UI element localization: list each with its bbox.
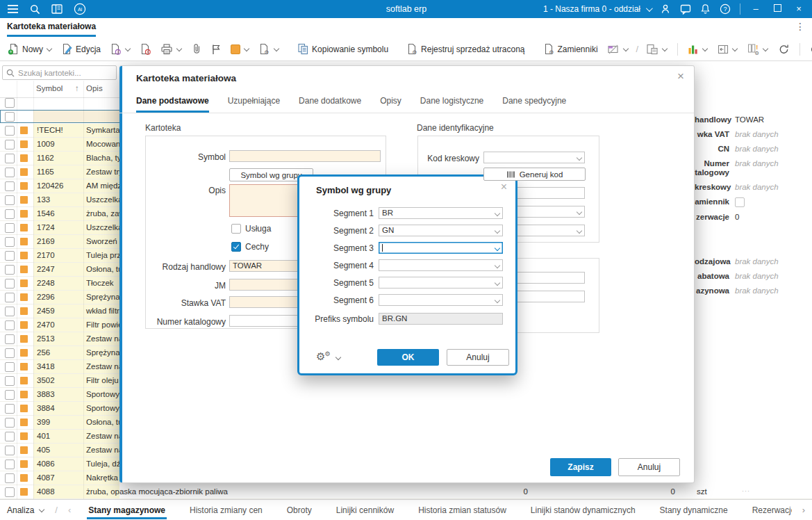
chevron-down-icon[interactable]	[495, 298, 500, 303]
table-row[interactable]: !TECH! Symkarta	[0, 124, 119, 138]
column-header-symbol[interactable]: Symbol	[36, 84, 63, 92]
table-row[interactable]: 1546 żruba, zaw	[0, 207, 119, 221]
document-settings-button[interactable]: ⚙	[256, 42, 281, 56]
chevron-down-icon[interactable]	[176, 45, 182, 51]
overflow-menu-icon[interactable]: ⋮	[795, 21, 805, 32]
print-button[interactable]	[158, 42, 184, 56]
delete-button[interactable]: ×	[138, 42, 154, 56]
search-input[interactable]: Szukaj kartoteki...	[2, 65, 117, 80]
chevron-down-icon[interactable]	[577, 228, 582, 234]
message-disabled-button[interactable]	[605, 42, 631, 56]
settings-gear-button[interactable]: ⚙⚙	[316, 350, 325, 363]
chat-icon[interactable]	[680, 4, 691, 15]
row-checkbox[interactable]	[5, 181, 15, 191]
table-row[interactable]: 133 Uszczelka	[0, 193, 119, 207]
table-row[interactable]: 4087 Nakrętka	[0, 471, 119, 485]
modal-tab[interactable]: Uzupełniające	[228, 95, 280, 113]
row-checkbox[interactable]	[5, 251, 15, 261]
bottom-tab[interactable]: Historia zmian statusów	[417, 501, 508, 519]
row-checkbox[interactable]	[5, 390, 15, 400]
table-row[interactable]: 2459 wkład filtr	[0, 304, 119, 318]
table-row[interactable]: 2296 Sprężyna	[0, 291, 119, 304]
company-selector[interactable]: 1 - Nasza firma 0 - oddział	[543, 4, 651, 14]
maximize-button[interactable]	[771, 0, 784, 18]
nav-back-icon[interactable]: ‹	[68, 505, 71, 515]
table-row[interactable]: 3883 Sportowy	[0, 388, 119, 402]
flag-button[interactable]	[209, 42, 224, 56]
segment-combobox[interactable]	[379, 259, 503, 271]
dialog-cancel-button[interactable]: Anuluj	[447, 349, 509, 366]
row-checkbox[interactable]	[5, 473, 15, 483]
table-row[interactable]: 120426 AM między	[0, 179, 119, 193]
table-row[interactable]: 2513 Zestaw na	[0, 332, 119, 346]
table-row[interactable]: 256 Sprężyna	[0, 346, 119, 360]
print-form-button[interactable]	[644, 42, 670, 56]
substitutes-button[interactable]: ⚙ Zamienniki	[541, 42, 600, 56]
table-row[interactable]: 3502 Filtr oleju	[0, 374, 119, 388]
chevron-down-icon[interactable]	[335, 355, 341, 360]
bottom-tab[interactable]: Stany dynamiczne	[658, 501, 729, 519]
new-button[interactable]: + Nowy	[6, 42, 54, 56]
table-row[interactable]: 2248 Tłoczek	[0, 277, 119, 291]
minimize-button[interactable]: –	[749, 0, 762, 18]
splitter-handle[interactable]: ···	[742, 487, 750, 494]
edit-button[interactable]: Edycja	[59, 42, 103, 56]
segment-combobox[interactable]	[379, 294, 503, 306]
row-checkbox[interactable]	[5, 265, 15, 275]
attachment-button[interactable]	[189, 42, 204, 56]
table-row[interactable]: 3884 Sportowy	[0, 402, 119, 416]
row-checkbox[interactable]	[5, 223, 15, 233]
chevron-down-icon[interactable]	[622, 45, 628, 51]
chevron-down-icon[interactable]	[47, 45, 52, 51]
chevron-down-icon[interactable]	[702, 45, 708, 51]
color-label-button[interactable]	[229, 43, 251, 56]
panel-layout-button[interactable]	[715, 42, 740, 56]
row-checkbox[interactable]	[5, 237, 15, 247]
chevron-down-icon[interactable]	[732, 45, 738, 51]
modal-tab[interactable]: Dane spedycyjne	[502, 95, 566, 113]
kod-kreskowy-combobox[interactable]	[483, 152, 585, 163]
row-checkbox[interactable]	[5, 279, 15, 289]
table-row[interactable]: 2170 Tuleja prz	[0, 249, 119, 263]
advanced-search-button[interactable]	[808, 42, 812, 56]
chevron-down-icon[interactable]	[125, 45, 131, 51]
columns-settings-button[interactable]: !⚙	[745, 42, 770, 56]
row-checkbox[interactable]	[5, 376, 15, 386]
sort-ascending-icon[interactable]: ↑	[75, 84, 79, 92]
chevron-down-icon[interactable]	[274, 45, 279, 51]
symbol-input[interactable]	[229, 150, 381, 162]
chevron-down-icon[interactable]	[495, 228, 500, 234]
hamburger-menu-icon[interactable]	[7, 4, 19, 14]
modal-tab[interactable]: Dane dodatkowe	[299, 95, 361, 113]
row-checkbox[interactable]	[5, 432, 15, 441]
generate-code-button[interactable]: Generuj kod	[483, 168, 586, 181]
row-checkbox[interactable]	[5, 446, 15, 455]
table-row[interactable]: 1724 Uszczelka	[0, 221, 119, 235]
row-checkbox[interactable]	[5, 293, 15, 302]
row-checkbox[interactable]	[5, 460, 15, 469]
row-checkbox[interactable]	[5, 404, 15, 414]
segment-combobox[interactable]	[379, 242, 503, 254]
table-row[interactable]: 2169 Sworzeń	[0, 235, 119, 249]
chevron-down-icon[interactable]	[495, 263, 500, 268]
document-info-button[interactable]: i	[108, 42, 133, 56]
chevron-down-icon[interactable]	[495, 280, 500, 286]
row-checkbox[interactable]	[5, 362, 15, 372]
save-button[interactable]: Zapisz	[550, 458, 611, 476]
ok-button[interactable]: OK	[377, 349, 439, 366]
analiza-dropdown[interactable]: Analiza	[7, 505, 44, 515]
bottom-tab[interactable]: Linijki stanów dynamicznych	[529, 501, 637, 519]
user-icon[interactable]	[660, 3, 671, 15]
row-checkbox[interactable]	[5, 307, 15, 316]
row-checkbox[interactable]	[5, 140, 15, 149]
row-checkbox[interactable]	[5, 126, 15, 136]
row-checkbox[interactable]	[5, 195, 15, 205]
table-row[interactable]: 1009 Mocowanie	[0, 138, 119, 152]
row-checkbox[interactable]	[5, 418, 15, 428]
table-row[interactable]: 4088 żruba, opaska mocująca-zbiornik pal…	[0, 485, 812, 499]
row-checkbox[interactable]	[5, 209, 15, 219]
bottom-tab[interactable]: Rezerwacje	[751, 501, 792, 519]
detail-checkbox[interactable]	[735, 197, 745, 207]
table-row[interactable]: 401 Zestaw na	[0, 430, 119, 444]
modal-close-icon[interactable]: ×	[677, 70, 684, 82]
